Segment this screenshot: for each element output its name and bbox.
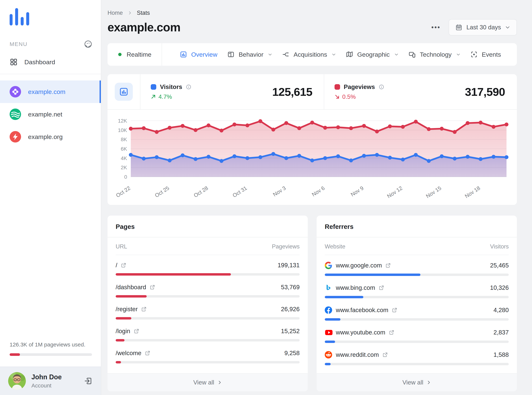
row-value: 1,588: [493, 351, 509, 358]
sidebar-item-dashboard[interactable]: Dashboard: [10, 58, 92, 66]
referrer-row: www.reddit.com 1,588: [325, 346, 509, 368]
page-row: /login 15,252: [116, 322, 300, 344]
breadcrumb-current: Stats: [137, 10, 150, 16]
tab-label: Events: [482, 51, 501, 58]
external-link-icon[interactable]: [145, 351, 150, 356]
svg-text:Nov 15: Nov 15: [425, 185, 442, 199]
stats-summary-row: Visitors 4.7% 125,615 Pageviews: [107, 74, 517, 110]
app-logo bar-chart-logo-icon: [10, 8, 101, 26]
row-progressbar: [116, 295, 300, 297]
row-progressbar: [116, 361, 300, 363]
events-icon: [470, 51, 478, 58]
tab-geographic[interactable]: Geographic: [346, 51, 399, 58]
technology-icon: [409, 51, 416, 58]
chevron-right-icon: [217, 380, 222, 385]
pages-col-pageviews: Pageviews: [272, 243, 300, 250]
external-link-icon[interactable]: [386, 263, 391, 268]
chevron-down-icon: [456, 52, 460, 57]
site-label: example.com: [28, 88, 65, 95]
acquisitions-icon: [282, 51, 290, 58]
realtime-dot-icon: [118, 52, 122, 57]
info-icon[interactable]: [186, 84, 191, 90]
referrers-col-website: Website: [325, 243, 345, 250]
menu-section-label: MENU: [10, 41, 27, 47]
external-link-icon[interactable]: [141, 307, 146, 312]
tab-events[interactable]: Events: [470, 51, 501, 58]
external-link-icon[interactable]: [379, 285, 384, 290]
pageviews-label: Pageviews: [344, 83, 375, 90]
sidebar-item-example.net[interactable]: example.net: [0, 103, 101, 126]
tab-realtime[interactable]: Realtime: [107, 43, 162, 66]
user-role: Account: [31, 383, 62, 389]
external-link-icon[interactable]: [134, 329, 139, 334]
account-button[interactable]: John Doe Account: [0, 367, 101, 395]
visitors-stat: Visitors 4.7%: [140, 83, 191, 100]
external-link-icon[interactable]: [392, 307, 397, 313]
pages-view-all-button[interactable]: View all: [107, 373, 308, 391]
external-link-icon[interactable]: [383, 352, 388, 357]
clover-site-icon: [10, 86, 21, 98]
referrer-row: www.facebook.com 4,280: [325, 301, 509, 323]
pages-card-title: Pages: [107, 216, 308, 237]
pageviews-stat: Pageviews 0.5%: [324, 83, 384, 100]
theme-face-icon[interactable]: [84, 40, 92, 48]
row-progressbar: [325, 318, 509, 321]
row-progressbar: [116, 273, 300, 276]
external-link-icon[interactable]: [121, 263, 126, 268]
tab-technology[interactable]: Technology: [409, 51, 460, 58]
svg-text:6K: 6K: [121, 146, 127, 152]
row-progressbar: [325, 363, 509, 365]
external-link-icon[interactable]: [150, 285, 155, 290]
svg-text:8K: 8K: [121, 137, 127, 142]
page-row: / 199,131: [116, 256, 300, 278]
chevron-down-icon: [505, 25, 510, 30]
sidebar-item-label: Dashboard: [24, 59, 55, 66]
svg-text:Oct 31: Oct 31: [231, 185, 248, 198]
visitors-change: 4.7%: [151, 93, 191, 100]
row-value: 26,926: [281, 306, 300, 313]
tab-behavior[interactable]: Behavior: [227, 51, 272, 58]
svg-text:Oct 25: Oct 25: [154, 185, 170, 198]
breadcrumb-home-link[interactable]: Home: [107, 10, 123, 16]
row-progressbar: [325, 340, 509, 343]
svg-text:Oct 22: Oct 22: [115, 185, 131, 198]
row-value: 4,280: [493, 307, 509, 314]
sidebar-item-example.org[interactable]: example.org: [0, 126, 101, 148]
visitors-legend-swatch: [151, 84, 156, 90]
bolt-site-icon: [10, 131, 21, 143]
logout-icon[interactable]: [84, 377, 92, 385]
tab-overview[interactable]: Overview: [180, 51, 217, 58]
more-button ellipsis-icon[interactable]: •••: [431, 23, 441, 31]
external-link-icon[interactable]: [389, 330, 394, 335]
info-icon[interactable]: [379, 84, 384, 90]
pageviews-change: 0.5%: [335, 93, 384, 100]
referrers-view-all-button[interactable]: View all: [317, 373, 517, 391]
tab-label: Technology: [420, 51, 452, 58]
svg-text:Nov 12: Nov 12: [386, 185, 403, 199]
chevron-down-icon: [332, 52, 336, 57]
trend-up-icon: [151, 94, 156, 99]
svg-text:12K: 12K: [118, 118, 127, 124]
referrer-row: www.youtube.com 2,837: [325, 323, 509, 346]
referrers-card-title: Referrers: [317, 216, 517, 237]
sidebar-item-example.com[interactable]: example.com: [0, 81, 101, 103]
row-value: 9,258: [284, 350, 300, 357]
tab-label: Geographic: [357, 51, 390, 58]
row-value: 15,252: [281, 328, 300, 335]
main-content: Home Stats example.com ••• Last 30 days: [101, 0, 532, 395]
tab-acquisitions[interactable]: Acquisitions: [282, 51, 336, 58]
usage-text: 126.3K of 1M pageviews used.: [10, 341, 92, 348]
svg-text:10K: 10K: [118, 127, 127, 133]
page-row: /register 26,926: [116, 300, 300, 322]
row-progressbar: [116, 339, 300, 341]
tab-bar: Realtime Overview Behavior Acquisitions …: [107, 43, 517, 66]
row-label: www.google.com: [336, 262, 382, 269]
row-progressbar: [325, 274, 509, 276]
date-range-button[interactable]: Last 30 days: [449, 19, 517, 35]
usage-progress-fill: [10, 353, 20, 356]
date-range-label: Last 30 days: [466, 24, 501, 31]
tab-label: Overview: [191, 51, 217, 58]
pages-card: Pages URL Pageviews / 199,131 /dashboard…: [107, 216, 308, 391]
sidebar: MENU Dashboard example.com ex: [0, 0, 101, 395]
tab-label: Acquisitions: [294, 51, 327, 58]
